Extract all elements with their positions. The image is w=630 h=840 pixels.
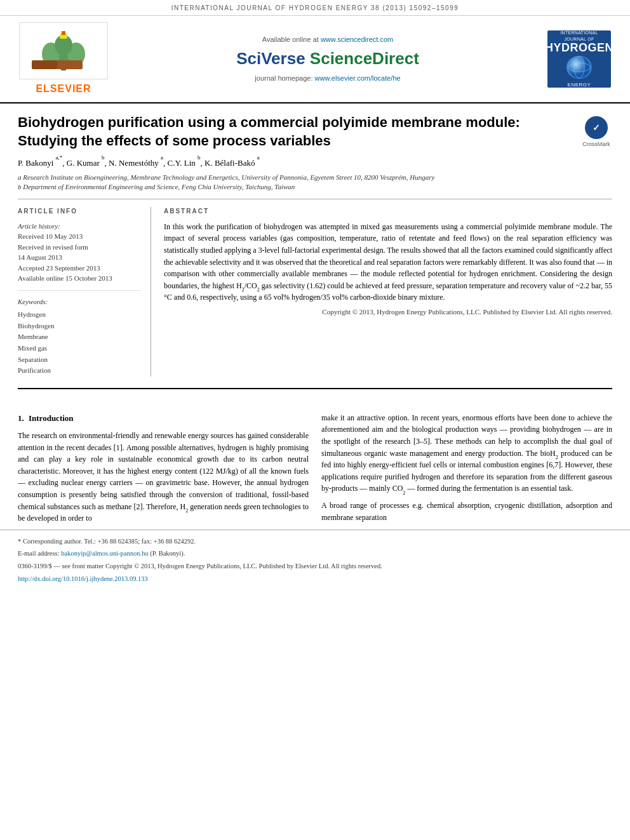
- keyword-4: Mixed gas: [18, 343, 141, 354]
- body-para-1: The research on environmental-friendly a…: [18, 430, 309, 524]
- article-info-label: Article Info: [18, 207, 141, 216]
- authors-line: P. Bakonyi a,*, G. Kumar b, N. Nemestóth…: [18, 157, 612, 170]
- title-section: Biohydrogen purification using a commerc…: [18, 114, 612, 150]
- elsevier-brand-text: ELSEVIER: [36, 82, 91, 96]
- author-belafi-bako: K. Bélafi-Bakó a: [204, 158, 260, 168]
- abstract-copyright: Copyright © 2013, Hydrogen Energy Public…: [164, 307, 612, 317]
- issn-line: 0360-3199/$ — see front matter Copyright…: [18, 561, 612, 571]
- article-history-label: Article history:: [18, 221, 141, 232]
- body-para-2: make it an attractive option. In recent …: [321, 412, 612, 495]
- svg-point-10: [568, 57, 590, 78]
- hydrogen-sphere-svg: [568, 56, 591, 79]
- author-kumar: G. Kumar b: [67, 158, 105, 168]
- received-revised-label: Received in revised form: [18, 242, 141, 253]
- affiliation-a: a Research Institute on Bioengineering, …: [18, 173, 612, 182]
- affiliation-b: b Department of Environmental Engineerin…: [18, 182, 612, 192]
- hydrogen-energy-logo: INTERNATIONALJOURNAL OF HYDROGEN ENERGY: [541, 30, 617, 88]
- crossmark: ✓ CrossMark: [580, 116, 612, 149]
- journal-homepage: journal homepage: www.elsevier.com/locat…: [114, 74, 541, 83]
- elsevier-logo: ELSEVIER: [13, 22, 114, 96]
- abstract-label: Abstract: [164, 207, 612, 216]
- crossmark-circle: ✓: [585, 116, 608, 139]
- keyword-2: Biohydrogen: [18, 321, 141, 332]
- corresponding-author-note: * Corresponding author. Tel.: +36 88 624…: [18, 537, 612, 547]
- body-content: 1. Introduction The research on environm…: [0, 412, 630, 530]
- sciverse-center: Available online at www.sciencedirect.co…: [114, 35, 541, 84]
- email-note: E-mail address: bakonyip@almos.uni-panno…: [18, 549, 612, 559]
- author-nemestothy: N. Nemestóthy a: [109, 158, 163, 168]
- keywords-label: Keywords:: [18, 297, 141, 307]
- article-history-group: Article history: Received 10 May 2013 Re…: [18, 221, 141, 291]
- journal-homepage-link[interactable]: www.elsevier.com/locate/he: [315, 74, 401, 82]
- email-link[interactable]: bakonyip@almos.uni-pannon.hu: [61, 550, 148, 557]
- available-online-text: Available online at www.sciencedirect.co…: [114, 35, 541, 44]
- article-title: Biohydrogen purification using a commerc…: [18, 114, 574, 150]
- abstract-text: In this work the purification of biohydr…: [164, 221, 612, 303]
- hydrogen-circle-graphic: [566, 56, 592, 79]
- body-col-right: make it an attractive option. In recent …: [321, 412, 612, 530]
- journal-header-bar: International Journal of Hydrogen Energy…: [0, 0, 630, 16]
- keyword-1: Hydrogen: [18, 309, 141, 321]
- body-para-3: A broad range of processes e.g. chemical…: [321, 500, 612, 523]
- svg-rect-7: [32, 60, 57, 69]
- sciverse-logo: SciVerse ScienceDirect: [114, 47, 541, 70]
- article-info-abstract-section: Article Info Article history: Received 1…: [18, 199, 612, 377]
- journal-title-header: International Journal of Hydrogen Energy…: [171, 4, 459, 11]
- body-col-left: 1. Introduction The research on environm…: [18, 412, 309, 530]
- keyword-5: Separation: [18, 354, 141, 366]
- body-separator: [18, 388, 612, 389]
- affiliations: a Research Institute on Bioengineering, …: [18, 173, 612, 192]
- svg-rect-8: [57, 60, 83, 69]
- keywords-section: Keywords: Hydrogen Biohydrogen Membrane …: [18, 297, 141, 377]
- elsevier-logo-image: [19, 22, 108, 79]
- article-content: Biohydrogen purification using a commerc…: [0, 103, 630, 411]
- branding-row: ELSEVIER Available online at www.science…: [0, 16, 630, 103]
- svg-rect-6: [62, 31, 65, 35]
- doi-link[interactable]: http://dx.doi.org/10.1016/j.ijhydene.201…: [18, 575, 148, 582]
- keyword-3: Membrane: [18, 331, 141, 343]
- section-1-heading: 1. Introduction: [18, 412, 309, 425]
- received-date: Received 10 May 2013: [18, 231, 141, 242]
- doi-line: http://dx.doi.org/10.1016/j.ijhydene.201…: [18, 574, 612, 584]
- article-info-column: Article Info Article history: Received 1…: [18, 207, 151, 377]
- abstract-column: Abstract In this work the purification o…: [164, 207, 612, 377]
- available-online-date: Available online 15 October 2013: [18, 273, 141, 284]
- received-revised-date: 14 August 2013: [18, 252, 141, 263]
- keyword-6: Purification: [18, 365, 141, 377]
- author-lin: C.Y. Lin b: [168, 158, 201, 168]
- author-bakonyi: P. Bakonyi a,*: [18, 158, 62, 168]
- elsevier-tree-svg: [25, 27, 102, 72]
- available-online-link[interactable]: www.sciencedirect.com: [321, 36, 393, 43]
- hydrogen-logo-box: INTERNATIONALJOURNAL OF HYDROGEN ENERGY: [547, 30, 611, 88]
- accepted-date: Accepted 23 September 2013: [18, 263, 141, 274]
- footer-area: * Corresponding author. Tel.: +36 88 624…: [0, 530, 630, 592]
